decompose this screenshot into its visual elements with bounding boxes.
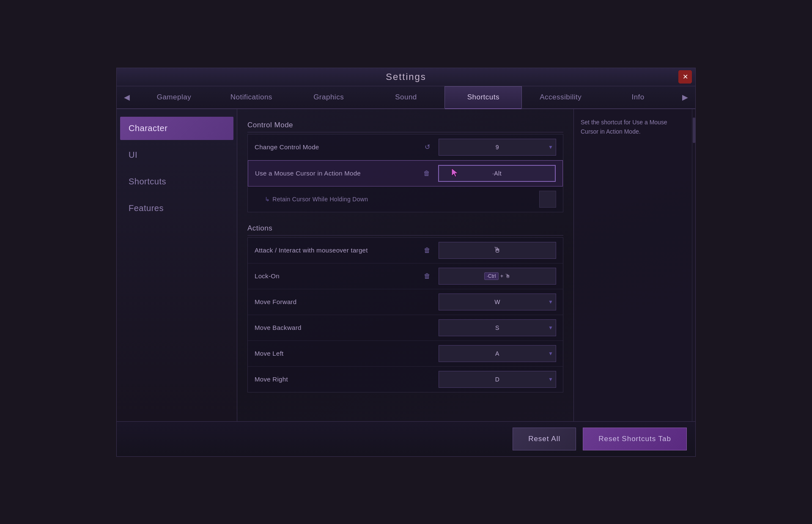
keybind-use-mouse-cursor[interactable]: ·Alt bbox=[438, 165, 556, 182]
dropdown-arrow-forward: ▼ bbox=[548, 299, 553, 305]
sidebar-item-character[interactable]: Character bbox=[120, 117, 233, 140]
row-move-forward: Move Forward W ▼ bbox=[248, 289, 563, 315]
move-forward-label: Move Forward bbox=[255, 298, 439, 305]
sidebar-item-features[interactable]: Features bbox=[120, 197, 233, 220]
keybind-attack-interact[interactable]: 🖱 bbox=[439, 242, 556, 259]
row-move-left: Move Left A ▼ bbox=[248, 341, 563, 367]
cursor-icon bbox=[451, 167, 460, 178]
close-button[interactable]: ✕ bbox=[678, 70, 692, 84]
tab-graphics[interactable]: Graphics bbox=[290, 86, 368, 108]
sidebar-item-ui[interactable]: UI bbox=[120, 143, 233, 167]
bottom-bar: Reset All Reset Shortcuts Tab bbox=[117, 421, 695, 456]
title-bar: Settings ✕ bbox=[117, 68, 695, 86]
key-label-change-control: 9 bbox=[496, 144, 499, 151]
help-text: Set the shortcut for Use a Mouse Cursor … bbox=[581, 118, 685, 137]
row-retain-cursor: Retain Cursor While Holding Down bbox=[248, 187, 563, 212]
keybind-retain-cursor[interactable] bbox=[539, 191, 556, 208]
window-title: Settings bbox=[386, 71, 426, 82]
tab-sound[interactable]: Sound bbox=[368, 86, 445, 108]
key-label-backward: S bbox=[495, 324, 499, 331]
row-use-mouse-cursor: Use a Mouse Cursor in Action Mode 🗑 ·Alt bbox=[248, 160, 563, 187]
keybind-lock-on[interactable]: ·Ctrl + 🖱 bbox=[439, 268, 556, 285]
tabs-container: Gameplay Notifications Graphics Sound Sh… bbox=[135, 86, 677, 108]
tab-notifications[interactable]: Notifications bbox=[213, 86, 290, 108]
settings-window: Settings ✕ ◀ Gameplay Notifications Grap… bbox=[116, 68, 696, 457]
key-label-forward: W bbox=[494, 299, 500, 305]
keybind-move-backward[interactable]: S ▼ bbox=[439, 319, 556, 336]
reset-shortcuts-tab-button[interactable]: Reset Shortcuts Tab bbox=[583, 428, 687, 450]
sidebar: Character UI Shortcuts Features bbox=[117, 109, 237, 421]
main-content: Character UI Shortcuts Features Control … bbox=[117, 109, 695, 421]
key-label-right: D bbox=[495, 376, 500, 383]
sidebar-item-shortcuts[interactable]: Shortcuts bbox=[120, 170, 233, 193]
tab-gameplay[interactable]: Gameplay bbox=[135, 86, 213, 108]
move-right-label: Move Right bbox=[255, 376, 439, 383]
dropdown-arrow-backward: ▼ bbox=[548, 325, 553, 331]
control-mode-rows: Change Control Mode ↺ 9 ▼ Use a Mouse Cu… bbox=[247, 134, 563, 212]
retain-cursor-label: Retain Cursor While Holding Down bbox=[255, 196, 539, 203]
delete-icon-lock-on[interactable]: 🗑 bbox=[421, 272, 433, 280]
use-mouse-cursor-label: Use a Mouse Cursor in Action Mode bbox=[255, 170, 420, 177]
row-attack-interact: Attack / Interact with mouseover target … bbox=[248, 238, 563, 263]
content-area: Control Mode Change Control Mode ↺ 9 ▼ U… bbox=[237, 109, 573, 421]
change-control-mode-label: Change Control Mode bbox=[255, 143, 421, 151]
reset-all-button[interactable]: Reset All bbox=[513, 428, 576, 450]
scrollbar-thumb[interactable] bbox=[693, 118, 695, 143]
row-move-right: Move Right D ▼ bbox=[248, 367, 563, 392]
tab-arrow-right[interactable]: ▶ bbox=[677, 86, 694, 108]
help-panel: Set the shortcut for Use a Mouse Cursor … bbox=[573, 109, 692, 421]
tab-info[interactable]: Info bbox=[599, 86, 677, 108]
attack-interact-label: Attack / Interact with mouseover target bbox=[255, 247, 421, 254]
tab-accessibility[interactable]: Accessibility bbox=[522, 86, 599, 108]
reset-icon-change-control[interactable]: ↺ bbox=[421, 143, 433, 151]
keybind-move-left[interactable]: A ▼ bbox=[439, 345, 556, 362]
key-label-attack: 🖱 bbox=[494, 246, 502, 255]
key-combo-lock-on: ·Ctrl + 🖱 bbox=[484, 272, 511, 280]
move-left-label: Move Left bbox=[255, 350, 439, 357]
lock-on-label: Lock-On bbox=[255, 272, 421, 280]
delete-icon-use-mouse[interactable]: 🗑 bbox=[420, 170, 433, 177]
actions-header: Actions bbox=[247, 221, 563, 236]
scrollbar[interactable] bbox=[692, 109, 695, 421]
move-backward-label: Move Backward bbox=[255, 324, 439, 331]
row-move-backward: Move Backward S ▼ bbox=[248, 315, 563, 341]
delete-icon-attack[interactable]: 🗑 bbox=[421, 247, 433, 254]
key-label-use-mouse: ·Alt bbox=[492, 170, 502, 177]
key-label-left: A bbox=[495, 350, 499, 357]
tab-shortcuts[interactable]: Shortcuts bbox=[444, 86, 522, 108]
tab-bar: ◀ Gameplay Notifications Graphics Sound … bbox=[117, 86, 695, 109]
row-lock-on: Lock-On 🗑 ·Ctrl + 🖱 bbox=[248, 263, 563, 289]
keybind-move-forward[interactable]: W ▼ bbox=[439, 294, 556, 310]
keybind-change-control[interactable]: 9 ▼ bbox=[439, 139, 556, 156]
dropdown-arrow-right: ▼ bbox=[548, 376, 553, 382]
control-mode-header: Control Mode bbox=[247, 118, 563, 132]
dropdown-arrow-change-control: ▼ bbox=[548, 144, 553, 150]
keybind-move-right[interactable]: D ▼ bbox=[439, 371, 556, 388]
dropdown-arrow-left: ▼ bbox=[548, 351, 553, 357]
tab-arrow-left[interactable]: ◀ bbox=[118, 86, 135, 108]
actions-rows: Attack / Interact with mouseover target … bbox=[247, 237, 563, 392]
row-change-control-mode: Change Control Mode ↺ 9 ▼ bbox=[248, 134, 563, 160]
